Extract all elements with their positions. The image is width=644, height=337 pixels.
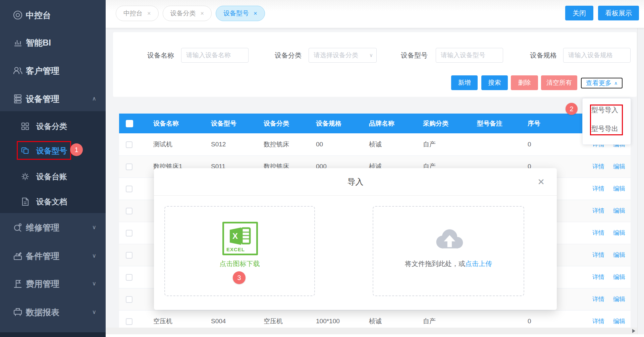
tab-bar: 中控台 × 设备分类 × 设备型号 × <box>116 6 265 21</box>
click-upload-link[interactable]: 点击上传 <box>465 260 492 267</box>
excel-download-icon[interactable]: X EXCEL <box>222 222 258 255</box>
device-category-select[interactable]: 请选择设备分类 ∨ <box>309 48 377 63</box>
chevron-up-icon: ∧ <box>92 89 96 108</box>
select-all-checkbox[interactable] <box>126 120 133 127</box>
chevron-down-icon: ∨ <box>92 303 96 322</box>
detail-link[interactable]: 详情 <box>592 207 604 214</box>
detail-link[interactable]: 详情 <box>592 252 604 258</box>
dropdown-item[interactable]: 型号导入 <box>583 100 631 119</box>
cost-management-icon <box>12 278 23 289</box>
view-more-link[interactable]: 查看更多 ∧ <box>581 78 623 88</box>
row-checkbox[interactable] <box>126 274 132 281</box>
add-button[interactable]: 新增 <box>451 75 478 90</box>
edit-link[interactable]: 编辑 <box>613 185 625 192</box>
cell-model-remark <box>468 133 519 155</box>
cell-purchase-category: 自产 <box>414 133 468 155</box>
tab-close-icon[interactable]: × <box>254 10 257 17</box>
vertical-scroll-gutter[interactable] <box>637 28 644 337</box>
cell-sequence: 0 <box>519 133 557 155</box>
sidebar-item-cost[interactable]: 费用管理 ∨ <box>0 274 106 293</box>
chevron-up-icon: ∧ <box>614 80 618 86</box>
bottom-strip <box>106 334 644 337</box>
row-checkbox[interactable] <box>126 252 132 259</box>
edit-link[interactable]: 编辑 <box>613 207 625 214</box>
chevron-down-icon: ∨ <box>92 274 96 293</box>
excel-label: EXCEL <box>226 247 245 252</box>
close-icon[interactable]: ✕ <box>537 168 545 196</box>
sidebar-item-console[interactable]: 中控台 <box>0 6 106 24</box>
row-checkbox[interactable] <box>126 141 132 148</box>
sidebar: 中控台 智能BI 客户管理 设备管理 ∧ 设备分类 设备型号 <box>0 0 106 337</box>
header-device-model: 设备型号 <box>202 114 255 133</box>
sidebar-item-equipment-category[interactable]: 设备分类 <box>0 118 106 135</box>
search-button[interactable]: 搜索 <box>481 75 508 90</box>
row-checkbox[interactable] <box>126 318 132 325</box>
detail-link[interactable]: 详情 <box>592 163 604 170</box>
sidebar-item-equipment-model[interactable]: 设备型号 <box>0 142 106 159</box>
file-drop-zone[interactable]: 将文件拖到此处，或点击上传 <box>373 206 524 296</box>
select-placeholder: 请选择设备分类 <box>314 48 364 62</box>
detail-link[interactable]: 详情 <box>592 296 604 302</box>
svg-text:X: X <box>232 231 238 241</box>
tab[interactable]: 设备分类 × <box>163 6 212 21</box>
detail-link[interactable]: 详情 <box>592 229 604 236</box>
equipment-submenu: 设备分类 设备型号 设备台账 设备文档 <box>0 111 106 213</box>
row-checkbox[interactable] <box>126 186 132 192</box>
edit-link[interactable]: 编辑 <box>613 296 625 302</box>
edit-link[interactable]: 编辑 <box>613 274 625 280</box>
equipment-icon <box>12 93 23 105</box>
annotation-step-1: 1 <box>70 143 83 156</box>
repair-icon <box>12 222 23 233</box>
edit-link[interactable]: 编辑 <box>613 318 625 325</box>
sidebar-item-smart-bi[interactable]: 智能BI <box>0 33 106 52</box>
header-model-remark: 型号备注 <box>468 114 519 133</box>
tab[interactable]: 中控台 × <box>116 6 159 21</box>
tab-label: 中控台 <box>123 9 143 18</box>
close-button[interactable]: 关闭 <box>565 6 593 20</box>
import-modal: 导入 ✕ X EXCEL 点击图标下载 将文件拖到此处，或点击上传 <box>154 168 557 310</box>
edit-link[interactable]: 编辑 <box>613 252 625 258</box>
detail-link[interactable]: 详情 <box>592 185 604 192</box>
upload-cloud-icon <box>433 227 465 251</box>
device-spec-input[interactable] <box>563 48 631 63</box>
download-template-link[interactable]: 点击图标下载 <box>165 259 314 268</box>
sidebar-item-customers[interactable]: 客户管理 <box>0 61 106 80</box>
scroll-right-icon[interactable] <box>632 329 635 333</box>
sidebar-scroll-track <box>0 332 106 337</box>
row-checkbox[interactable] <box>126 230 132 237</box>
edit-link[interactable]: 编辑 <box>613 163 625 170</box>
tab-label: 设备分类 <box>170 9 196 18</box>
sidebar-item-equipment-documents[interactable]: 设备文档 <box>0 193 106 210</box>
header-device-category: 设备分类 <box>255 114 307 133</box>
edit-link[interactable]: 编辑 <box>613 229 625 236</box>
view-more-dropdown: 型号导入 型号导出 <box>582 98 631 145</box>
tab-close-icon[interactable]: × <box>147 10 151 17</box>
modal-header: 导入 ✕ <box>154 168 557 196</box>
tab-close-icon[interactable]: × <box>201 10 204 17</box>
horizontal-scrollbar[interactable] <box>106 328 637 334</box>
row-checkbox[interactable] <box>126 296 132 303</box>
row-checkbox[interactable] <box>126 163 132 170</box>
device-model-input[interactable] <box>436 48 503 63</box>
clear-all-button[interactable]: 清空所有 <box>541 75 577 90</box>
bi-chart-icon <box>12 37 23 48</box>
cell-device-model: S012 <box>202 133 255 155</box>
table-row: 测试机 S012 数控铣床 00 桢诚 自产 0 详情编辑 <box>119 133 631 155</box>
header-brand-name: 品牌名称 <box>360 114 414 133</box>
device-name-input[interactable] <box>181 48 249 63</box>
detail-link[interactable]: 详情 <box>592 318 604 325</box>
row-checkbox[interactable] <box>126 208 132 214</box>
customers-icon <box>12 65 23 76</box>
dropdown-item[interactable]: 型号导出 <box>583 119 631 138</box>
sidebar-item-spare-parts[interactable]: 备件管理 ∨ <box>0 247 106 265</box>
view-more-label: 查看更多 <box>586 79 611 87</box>
sidebar-item-equipment-ledger[interactable]: 设备台账 <box>0 168 106 185</box>
sidebar-item-data-report[interactable]: 数据报表 ∨ <box>0 303 106 322</box>
sidebar-item-equipment[interactable]: 设备管理 ∧ <box>0 89 106 108</box>
delete-button[interactable]: 删除 <box>511 75 538 90</box>
header-device-spec: 设备规格 <box>307 114 360 133</box>
detail-link[interactable]: 详情 <box>592 274 604 280</box>
tab[interactable]: 设备型号 × <box>216 6 265 21</box>
board-display-button[interactable]: 看板展示 <box>598 6 639 20</box>
sidebar-item-repair[interactable]: 维修管理 ∨ <box>0 218 106 237</box>
